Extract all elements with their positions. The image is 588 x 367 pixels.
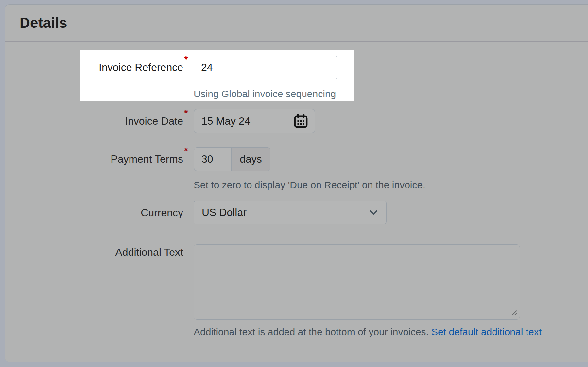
additional-text-textarea[interactable] <box>194 244 520 320</box>
additional-text-area-wrap <box>194 244 520 320</box>
chevron-down-icon <box>369 210 378 216</box>
currency-label: Currency <box>0 206 183 219</box>
payment-terms-input-area <box>194 148 231 171</box>
currency-selected-value: US Dollar <box>202 206 247 218</box>
payment-terms-label: Payment Terms <box>0 152 183 166</box>
open-calendar-button[interactable] <box>287 109 315 133</box>
payment-terms-required-marker: * <box>184 145 188 156</box>
invoice-reference-input[interactable] <box>194 56 337 79</box>
invoice-date-input[interactable] <box>194 115 287 127</box>
page-title: Details <box>20 15 67 31</box>
invoice-details-page: Details Invoice Reference * Using Global… <box>0 0 588 367</box>
invoice-date-required-marker: * <box>184 107 188 118</box>
details-card-header: Details <box>5 5 588 42</box>
invoice-date-input-area[interactable] <box>194 109 287 133</box>
invoice-reference-helper: Using Global invoice sequencing <box>194 88 336 100</box>
invoice-reference-required-marker: * <box>184 54 188 65</box>
payment-terms-unit-addon: days <box>231 148 270 171</box>
additional-text-helper-text: Additional text is added at the bottom o… <box>194 326 429 337</box>
invoice-date-label: Invoice Date <box>0 114 183 128</box>
additional-text-label: Additional Text <box>0 246 183 259</box>
additional-text-helper: Additional text is added at the bottom o… <box>194 325 542 339</box>
currency-select[interactable]: US Dollar <box>194 201 387 224</box>
calendar-icon <box>293 114 308 129</box>
payment-terms-group: days <box>194 147 270 171</box>
payment-terms-helper: Set to zero to display 'Due on Receipt' … <box>194 179 425 191</box>
payment-terms-input[interactable] <box>194 153 231 165</box>
invoice-date-group <box>194 109 315 133</box>
invoice-reference-label: Invoice Reference <box>80 61 183 74</box>
set-default-additional-text-link[interactable]: Set default additional text <box>431 326 542 337</box>
